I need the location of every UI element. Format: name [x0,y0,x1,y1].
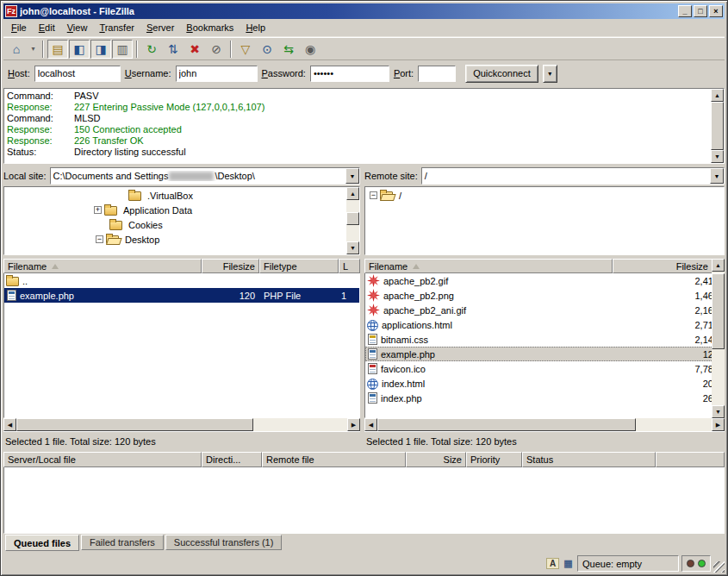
file-row[interactable]: favicon.ico 7,782 [365,361,724,376]
file-row-updir[interactable]: .. [4,273,359,288]
menu-help[interactable]: Help [240,20,271,35]
local-directory-tree: .VirtualBox Application Data Cookies Des… [3,186,360,255]
tree-item-root[interactable]: / [365,188,724,203]
statusbar-icon-a[interactable]: A [546,558,559,569]
scroll-right-icon[interactable]: ▶ [712,418,725,431]
scroll-down-icon[interactable]: ▼ [346,241,359,254]
process-queue-icon[interactable]: ⇅ [163,40,184,59]
column-header-remote-file[interactable]: Remote file [262,452,406,467]
column-header-priority[interactable]: Priority [466,452,522,467]
password-input[interactable] [310,66,389,82]
collapse-minus-icon[interactable] [96,235,103,243]
menu-bookmarks[interactable]: Bookmarks [180,20,240,35]
username-input[interactable] [176,66,258,82]
scroll-up-icon[interactable]: ▲ [346,187,359,200]
menu-view[interactable]: View [61,20,94,35]
scroll-up-icon[interactable]: ▲ [712,259,725,272]
file-row[interactable]: applications.html 2,713 [365,317,724,332]
file-row[interactable]: index.html 202 [365,376,724,391]
tab-failed-transfers[interactable]: Failed transfers [81,535,164,550]
remote-horizontal-scrollbar[interactable]: ◀ ▶ [364,418,725,431]
tree-item-cookies[interactable]: Cookies [4,217,359,232]
column-header-filesize[interactable]: Filesize [613,259,725,273]
toggle-transfer-queue-icon[interactable]: ▥ [112,40,133,59]
maximize-button[interactable]: □ [694,5,707,17]
column-header-filesize[interactable]: Filesize [202,259,259,273]
cancel-icon[interactable]: ✖ [184,40,205,59]
find-files-icon[interactable]: ◉ [300,40,320,59]
column-header-filename[interactable]: Filename [364,259,613,273]
file-row[interactable]: apache_pb2.gif 2,414 [365,273,724,288]
file-row[interactable]: bitnami.css 2,142 [365,332,724,347]
log-line: Response:226 Transfer OK [7,135,708,147]
toggle-remote-tree-icon[interactable]: ◨ [90,40,111,59]
menu-transfer[interactable]: Transfer [93,20,140,35]
filter-icon[interactable]: ▽ [235,40,256,59]
file-row[interactable]: apache_pb2_ani.gif 2,160 [365,303,724,317]
scroll-left-icon[interactable]: ◀ [3,418,16,431]
scroll-up-icon[interactable]: ▲ [711,89,724,102]
tree-item-virtualbox[interactable]: .VirtualBox [4,188,359,203]
combo-dropdown-icon[interactable]: ▼ [345,168,359,184]
toggle-local-tree-icon[interactable]: ◧ [69,40,90,59]
log-line: Command:MLSD [7,113,708,124]
host-input[interactable] [34,66,121,82]
quickconnect-button[interactable]: Quickconnect [465,65,538,83]
scroll-down-icon[interactable]: ▼ [711,150,724,163]
menu-file[interactable]: File [5,20,33,35]
scroll-left-icon[interactable]: ◀ [364,418,377,431]
local-site-combo[interactable]: C:\Documents and Settings\Desktop\ ▼ [50,167,360,185]
expand-plus-icon[interactable] [94,206,102,214]
toggle-message-log-icon[interactable]: ▤ [47,40,68,59]
tree-item-application-data[interactable]: Application Data [4,203,359,217]
title-bar[interactable]: Fz john@localhost - FileZilla _ □ × [3,3,725,19]
disconnect-icon[interactable]: ⊘ [206,40,227,59]
port-input[interactable] [418,66,456,82]
local-status-text: Selected 1 file. Total size: 120 bytes [3,431,360,448]
column-header-status[interactable]: Status [522,452,656,467]
tree-item-desktop[interactable]: Desktop [4,232,359,247]
column-header-server-local-file[interactable]: Server/Local file [3,452,202,467]
toolbar-separator [136,41,138,58]
html-file-icon [367,379,378,390]
scroll-down-icon[interactable]: ▼ [712,405,725,418]
directory-comparison-icon[interactable]: ⊙ [257,40,277,59]
refresh-icon[interactable]: ↻ [141,40,162,59]
toolbar-separator [42,41,44,58]
collapse-minus-icon[interactable] [370,191,377,199]
resize-grip[interactable] [713,561,725,573]
local-tree-scrollbar[interactable]: ▲ ▼ [346,187,359,254]
column-header-direction[interactable]: Directi... [202,452,262,467]
column-header-lastmodified[interactable]: L [339,259,360,273]
app-icon[interactable]: Fz [5,5,17,17]
file-row-example-php[interactable]: example.php 120 [365,347,724,361]
file-row-example-php[interactable]: example.php 120 PHP File 1 [4,288,359,303]
menu-server[interactable]: Server [140,20,180,35]
tab-queued-files[interactable]: Queued files [5,535,79,551]
column-header-size[interactable]: Size [406,452,466,467]
quickconnect-dropdown[interactable]: ▾ [543,65,557,83]
tab-successful-transfers[interactable]: Successful transfers (1) [165,535,283,550]
toolbar: ⌂ ▾ ▤ ◧ ◨ ▥ ↻ ⇅ ✖ ⊘ ▽ ⊙ ⇆ ◉ [3,37,725,60]
remote-vertical-scrollbar[interactable]: ▲ ▼ [712,259,725,418]
minimize-button[interactable]: _ [678,5,692,17]
menu-edit[interactable]: Edit [33,20,61,35]
local-horizontal-scrollbar[interactable]: ◀ ▶ [3,418,360,431]
file-row[interactable]: index.php 267 [365,391,724,405]
statusbar-icon-keyboard[interactable]: ▦ [562,558,575,569]
column-header-filename[interactable]: Filename [3,259,202,273]
folder-open-icon [380,191,393,201]
close-button[interactable]: × [709,5,723,17]
combo-dropdown-icon[interactable]: ▼ [710,168,724,184]
remote-site-combo[interactable]: / ▼ [421,167,725,185]
log-scrollbar[interactable]: ▲ ▼ [711,89,724,163]
scroll-right-icon[interactable]: ▶ [347,418,360,431]
image-file-icon [367,304,380,316]
file-row[interactable]: apache_pb2.png 1,463 [365,288,724,303]
local-site-label: Local site: [3,171,47,181]
synchronized-browsing-icon[interactable]: ⇆ [278,40,299,59]
site-manager-dropdown-icon[interactable]: ▾ [28,40,39,59]
remote-list-body: apache_pb2.gif 2,414 apache_pb2.png 1,46… [364,273,725,418]
site-manager-icon[interactable]: ⌂ [6,40,27,59]
column-header-filetype[interactable]: Filetype [259,259,339,273]
